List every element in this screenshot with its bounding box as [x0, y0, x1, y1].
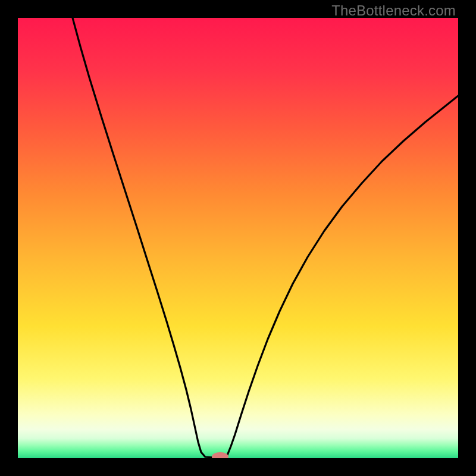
watermark-text: TheBottleneck.com — [331, 2, 456, 19]
gradient-background — [18, 18, 458, 458]
chart-frame — [18, 18, 458, 458]
bottleneck-chart — [18, 18, 458, 458]
